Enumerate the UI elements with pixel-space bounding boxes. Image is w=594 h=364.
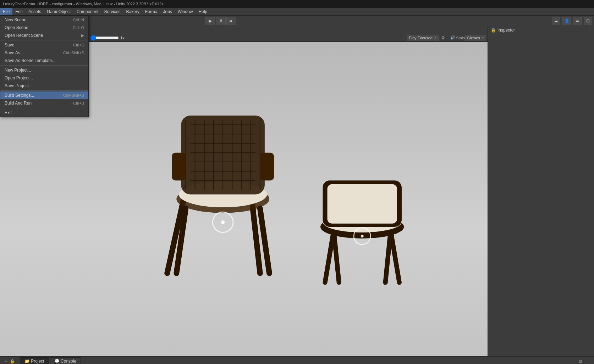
lock-icon: 🔒 <box>491 28 496 33</box>
menu-open-scene[interactable]: Open Scene Ctrl+O <box>0 24 88 32</box>
project-tab-label: Project <box>31 359 44 364</box>
menu-save-as-scene-template[interactable]: Save As Scene Template... <box>0 57 88 65</box>
tab-console[interactable]: 💬 Console <box>50 357 81 364</box>
console-tab-icon: 💬 <box>54 359 60 364</box>
inspector-header: 🔒 Inspector ⋮ <box>488 26 594 34</box>
play-controls: ▶ ⏸ ⏭ <box>205 17 236 25</box>
inspector-panel: 🔒 Inspector ⋮ <box>488 26 594 356</box>
audio-btn[interactable]: 🔊 <box>450 35 456 41</box>
separator-1 <box>0 40 88 40</box>
console-tab-label: Console <box>61 359 76 364</box>
lock-btn[interactable]: 🔒 <box>9 358 16 364</box>
collab-btn[interactable]: ☁ <box>552 17 560 25</box>
menu-services[interactable]: Services <box>101 8 123 15</box>
scale-value: 1x <box>120 36 125 40</box>
svg-point-36 <box>361 235 364 237</box>
menu-save-project[interactable]: Save Project <box>0 82 88 90</box>
menu-open-recent-scene[interactable]: Open Recent Scene ▶ <box>0 32 88 39</box>
tab-project[interactable]: 📁 Project <box>20 357 49 364</box>
svg-line-29 <box>334 236 339 282</box>
menu-file[interactable]: File <box>0 8 12 15</box>
menu-jobs[interactable]: Jobs <box>160 8 175 15</box>
menu-save-as[interactable]: Save As... Ctrl+Shift+S <box>0 49 88 57</box>
inspector-content <box>488 34 594 356</box>
svg-rect-34 <box>328 184 397 224</box>
layout-btn[interactable]: ⊡ <box>584 17 592 25</box>
inspector-label: Inspector <box>497 28 515 33</box>
separator-4 <box>0 108 88 108</box>
menu-edit[interactable]: Edit <box>12 8 26 15</box>
gizmos-label: Gizmos <box>467 36 480 40</box>
menu-help[interactable]: Help <box>196 8 210 15</box>
account-btn[interactable]: 👤 <box>562 17 571 25</box>
panel-more-btn[interactable]: ⋮ <box>585 358 591 364</box>
file-dropdown-menu: New Scene Ctrl+N Open Scene Ctrl+O Open … <box>0 16 89 117</box>
separator-2 <box>0 65 88 66</box>
inspector-more-btn[interactable]: ⋮ <box>587 28 591 33</box>
menu-new-project[interactable]: New Project... <box>0 66 88 74</box>
play-button[interactable]: ▶ <box>205 17 215 25</box>
maximize-btn[interactable]: ⚙ <box>440 35 446 41</box>
menu-forma[interactable]: Forma <box>142 8 160 15</box>
svg-rect-22 <box>260 153 274 181</box>
play-focused-select[interactable]: Play Focused ▼ <box>407 35 439 41</box>
menu-new-scene[interactable]: New Scene Ctrl+N <box>0 16 88 24</box>
menu-component[interactable]: Component <box>73 8 101 15</box>
svg-line-30 <box>385 236 390 282</box>
menu-bakery[interactable]: Bakery <box>123 8 142 15</box>
step-button[interactable]: ⏭ <box>226 17 236 25</box>
svg-point-26 <box>221 220 225 224</box>
menu-build-settings[interactable]: Build Settings... Ctrl+Shift+B <box>0 91 88 99</box>
add-btn[interactable]: + <box>3 358 9 364</box>
panel-collapse-btn[interactable]: ⊡ <box>577 358 583 364</box>
stats-btn[interactable]: Stats <box>457 35 464 41</box>
svg-rect-21 <box>172 153 186 181</box>
menu-build-and-run[interactable]: Build And Run Ctrl+B <box>0 99 88 107</box>
bottom-panel: + 🔒 📁 Project 💬 Console ⊡ ⋮ ↑ ▶ 📁 <box>0 356 594 364</box>
separator-3 <box>0 90 88 91</box>
menu-exit[interactable]: Exit <box>0 109 88 117</box>
menu-bar: File Edit Assets GameObject Component Se… <box>0 8 594 16</box>
play-focused-label: Play Focused <box>409 36 433 40</box>
scale-slider[interactable] <box>90 36 119 40</box>
menu-gameobject[interactable]: GameObject <box>44 8 73 15</box>
title-bar: LuxuryChairForma_HDRP - configurator - W… <box>0 0 594 8</box>
main-content: 🏔 Scene 🎮 Game ⋮ Game ▼ Display 1 ▼ Free <box>0 26 594 356</box>
window-title: LuxuryChairForma_HDRP - configurator - W… <box>3 2 164 6</box>
gizmos-select[interactable]: Gizmos ▼ <box>465 35 486 41</box>
main-toolbar: ≡ ✥ ↺ ⇄ ⊞ ▶ ⏸ ⏭ ☁ 👤 ≣ ⊡ <box>0 16 594 26</box>
layers-btn[interactable]: ≣ <box>573 17 582 25</box>
menu-assets[interactable]: Assets <box>26 8 44 15</box>
bottom-tabs: + 🔒 📁 Project 💬 Console ⊡ ⋮ <box>0 357 594 364</box>
menu-save[interactable]: Save Ctrl+S <box>0 41 88 49</box>
pause-button[interactable]: ⏸ <box>216 17 226 25</box>
menu-window[interactable]: Window <box>175 8 196 15</box>
project-tab-icon: 📁 <box>24 359 30 364</box>
tab-more-btn[interactable]: ⋮ <box>480 27 486 34</box>
menu-open-project[interactable]: Open Project... <box>0 74 88 82</box>
